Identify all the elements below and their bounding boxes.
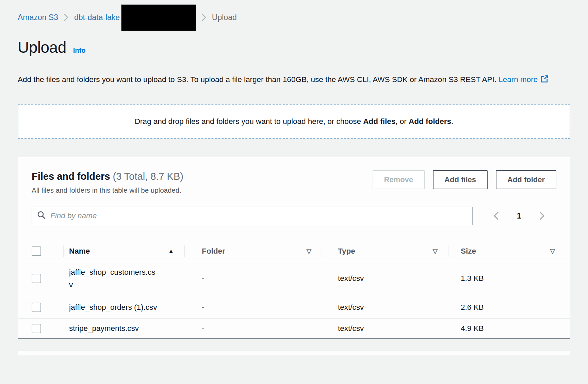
s3-upload-page: Amazon S3 dbt-data-lake- Upload Upload I… <box>0 0 588 355</box>
chevron-right-icon <box>201 13 207 21</box>
intro-text: Add the files and folders you want to up… <box>18 75 499 84</box>
file-folder: - <box>184 303 322 312</box>
file-name: jaffle_shop_orders (1).csv <box>69 301 158 314</box>
page-title: Upload <box>18 38 66 57</box>
file-size: 2.6 KB <box>448 303 570 312</box>
file-folder: - <box>184 324 322 333</box>
column-label-type: Type <box>338 247 355 256</box>
row-checkbox[interactable] <box>32 274 41 283</box>
table-header-row: Name ▲ Folder ▽ Type ▽ Size ▽ <box>18 241 570 261</box>
column-header-size[interactable]: Size ▽ <box>448 241 570 261</box>
table-row[interactable]: stripe_payments.csv - text/csv 4.9 KB <box>18 319 570 338</box>
file-folder: - <box>184 274 322 283</box>
files-and-folders-panel: Files and folders (3 Total, 8.7 KB) All … <box>18 157 570 339</box>
search-input[interactable] <box>50 211 468 220</box>
breadcrumb: Amazon S3 dbt-data-lake- Upload <box>18 0 570 25</box>
breadcrumb-current-upload: Upload <box>212 13 237 22</box>
remove-button[interactable]: Remove <box>373 170 425 189</box>
file-name: jaffle_shop_customers.csv <box>69 266 158 291</box>
table-row[interactable]: jaffle_shop_customers.csv - text/csv 1.3… <box>18 261 570 296</box>
add-files-button[interactable]: Add files <box>433 170 488 189</box>
current-page-number[interactable]: 1 <box>517 211 521 221</box>
sort-down-icon[interactable]: ▽ <box>432 247 438 255</box>
dropzone-text: Drag and drop files and folders you want… <box>135 117 454 126</box>
intro-paragraph: Add the files and folders you want to up… <box>18 73 566 87</box>
file-size: 1.3 KB <box>448 274 570 283</box>
breadcrumb-amazon-s3-link[interactable]: Amazon S3 <box>18 13 58 22</box>
column-header-type[interactable]: Type ▽ <box>322 241 448 261</box>
bucket-name-prefix[interactable]: dbt-data-lake- <box>74 13 122 22</box>
sort-down-icon[interactable]: ▽ <box>306 247 311 255</box>
next-section-panel-edge <box>18 351 570 355</box>
search-icon <box>37 210 46 221</box>
select-all-cell <box>18 246 63 256</box>
row-checkbox[interactable] <box>32 303 41 312</box>
file-size: 4.9 KB <box>448 324 570 333</box>
table-row[interactable]: jaffle_shop_orders (1).csv - text/csv 2.… <box>18 296 570 319</box>
learn-more-label: Learn more <box>499 75 538 84</box>
page-header: Upload Info <box>18 38 570 57</box>
column-label-name: Name <box>69 247 90 256</box>
add-folder-button[interactable]: Add folder <box>496 170 556 189</box>
sort-ascending-icon[interactable]: ▲ <box>168 248 174 255</box>
column-header-name[interactable]: Name ▲ <box>63 241 184 261</box>
files-table: Name ▲ Folder ▽ Type ▽ Size ▽ jaffl <box>18 241 570 338</box>
column-header-folder[interactable]: Folder ▽ <box>184 241 322 261</box>
panel-header: Files and folders (3 Total, 8.7 KB) All … <box>18 157 570 194</box>
panel-description: All files and folders in this table will… <box>32 186 183 194</box>
panel-header-text: Files and folders (3 Total, 8.7 KB) All … <box>32 165 183 194</box>
search-and-pagination-row: 1 <box>32 207 556 225</box>
column-label-size: Size <box>461 247 476 256</box>
breadcrumb-bucket-link[interactable]: dbt-data-lake- <box>74 13 196 22</box>
row-checkbox[interactable] <box>32 324 41 333</box>
pagination: 1 <box>491 210 547 222</box>
sort-down-icon[interactable]: ▽ <box>550 247 555 255</box>
search-box[interactable] <box>32 207 473 225</box>
panel-title: Files and folders <box>32 171 110 182</box>
chevron-right-icon <box>64 13 69 21</box>
learn-more-link[interactable]: Learn more <box>499 75 549 84</box>
panel-count-summary: (3 Total, 8.7 KB) <box>113 171 183 182</box>
file-type: text/csv <box>322 324 448 333</box>
file-type: text/csv <box>322 303 448 312</box>
select-all-checkbox[interactable] <box>32 246 41 256</box>
drag-and-drop-zone[interactable]: Drag and drop files and folders you want… <box>18 105 570 139</box>
next-page-icon[interactable] <box>537 210 547 222</box>
column-label-folder: Folder <box>202 247 225 256</box>
file-name: stripe_payments.csv <box>69 322 158 335</box>
external-link-icon <box>540 74 549 87</box>
previous-page-icon[interactable] <box>491 210 501 222</box>
redacted-bucket-name <box>121 4 196 31</box>
panel-actions: Remove Add files Add folder <box>373 170 557 194</box>
info-link[interactable]: Info <box>73 47 86 54</box>
file-type: text/csv <box>322 274 448 283</box>
